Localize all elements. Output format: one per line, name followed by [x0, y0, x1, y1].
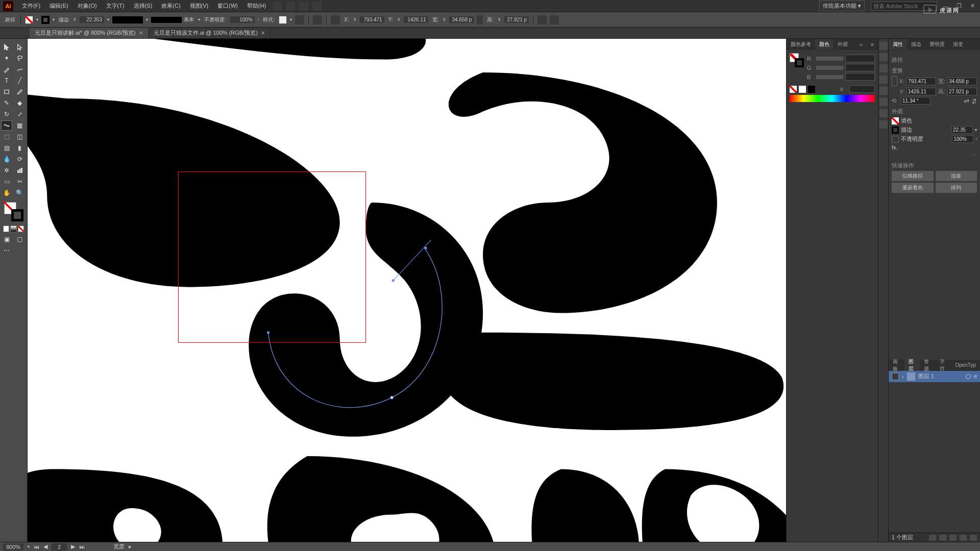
g-slider[interactable] — [816, 66, 843, 70]
artboard-tool[interactable]: ▭ — [1, 177, 12, 187]
w-value[interactable]: 34.658 p — [449, 16, 474, 23]
r-value[interactable] — [845, 55, 875, 62]
window-restore-icon[interactable]: ❐ — [954, 3, 964, 10]
close-icon[interactable]: ✕ — [261, 30, 265, 36]
menu-help[interactable]: 帮助(H) — [243, 1, 270, 11]
tab-opentype[interactable]: OpenTyp — [951, 361, 980, 369]
color-mode-solid[interactable] — [3, 226, 9, 232]
fx-label[interactable]: fx. — [892, 144, 898, 151]
pen-tool[interactable] — [1, 64, 12, 74]
menu-view[interactable]: 视图(V) — [186, 1, 212, 11]
scale-tool[interactable]: ⤢ — [14, 109, 26, 119]
dock-icon-8[interactable] — [879, 120, 888, 129]
menubar-arrange-icon[interactable] — [299, 2, 308, 11]
layer-row[interactable]: › 图层 1 — [889, 371, 980, 382]
graphic-style-swatch[interactable] — [279, 16, 287, 24]
stroke-box[interactable] — [11, 209, 23, 221]
align-icon[interactable] — [313, 15, 322, 24]
locate-layer-icon[interactable] — [929, 535, 936, 541]
dock-icon-3[interactable] — [879, 64, 888, 72]
color-mode-none[interactable] — [18, 226, 24, 232]
free-transform-tool[interactable]: ▦ — [14, 120, 26, 131]
more-options-icon[interactable]: ⋯ — [892, 152, 977, 159]
shape-mode-icon[interactable] — [550, 15, 559, 24]
type-tool[interactable]: T — [1, 76, 12, 86]
artboard[interactable] — [28, 39, 786, 542]
isolate-icon[interactable] — [537, 15, 547, 24]
variable-width-profile[interactable] — [151, 17, 182, 23]
eraser-tool[interactable]: ◆ — [14, 98, 26, 108]
color-spectrum[interactable] — [790, 95, 875, 102]
menu-object[interactable]: 对象(O) — [74, 1, 101, 11]
reference-point-icon[interactable] — [892, 76, 897, 86]
window-close-icon[interactable]: ✕ — [968, 3, 977, 10]
btn-arrange[interactable]: 排列 — [936, 183, 977, 193]
line-tool[interactable]: ╱ — [14, 76, 26, 86]
brush-definition[interactable] — [112, 16, 143, 23]
direct-selection-tool[interactable] — [14, 42, 26, 52]
menu-effect[interactable]: 效果(C) — [158, 1, 184, 11]
blend-tool[interactable]: ⟳ — [14, 154, 26, 164]
document-tab-active[interactable]: 元旦是只猫讲解.ai* @ 800% (RGB/预览) ✕ — [30, 28, 149, 38]
prop-rotate[interactable] — [901, 97, 930, 105]
tab-color-guide[interactable]: 颜色参考 — [787, 39, 815, 49]
prop-fill-swatch[interactable] — [892, 117, 899, 124]
symbol-sprayer-tool[interactable]: ✲ — [1, 165, 12, 176]
opacity-value[interactable]: 100% — [230, 16, 255, 23]
dock-icon-2[interactable] — [879, 53, 888, 61]
prop-w[interactable] — [947, 78, 977, 85]
target-icon[interactable] — [966, 374, 971, 379]
r-slider[interactable] — [816, 57, 843, 61]
perspective-tool[interactable]: ◫ — [14, 132, 26, 142]
shape-builder-tool[interactable]: ⬚ — [1, 132, 12, 142]
expand-icon[interactable]: › — [902, 373, 904, 380]
rotate-tool[interactable]: ↻ — [1, 109, 12, 119]
edit-toolbar[interactable]: ⋯ — [1, 245, 12, 256]
y-value[interactable]: 1426.11 — [404, 16, 428, 23]
status-dropdown-icon[interactable]: ▸ — [129, 543, 132, 550]
window-minimize-icon[interactable]: — — [941, 3, 950, 10]
screen-mode-full[interactable]: ▢ — [14, 234, 26, 244]
selection-tool[interactable] — [1, 42, 12, 52]
fill-swatch[interactable] — [25, 16, 33, 24]
last-artboard-icon[interactable]: ⏭ — [79, 544, 85, 550]
menu-file[interactable]: 文件(F) — [18, 1, 44, 11]
btn-recolor[interactable]: 重新着色 — [892, 183, 934, 193]
new-sublayer-icon[interactable] — [949, 535, 957, 541]
layer-name[interactable]: 图层 1 — [918, 372, 934, 380]
none-swatch[interactable] — [790, 86, 797, 93]
stroke-swatch[interactable] — [41, 16, 50, 24]
slice-tool[interactable]: ✂ — [14, 177, 26, 187]
prop-h[interactable] — [947, 88, 977, 95]
panel-menu-icon[interactable]: ≡ — [867, 40, 878, 49]
document-tab-inactive[interactable]: 元旦是只猫源文件.ai @ 100% (RGB/预览) ✕ — [149, 28, 271, 38]
link-wh-icon[interactable] — [477, 15, 483, 24]
btn-offset-path[interactable]: 位移路径 — [892, 171, 934, 181]
prev-artboard-icon[interactable]: ◀ — [43, 543, 47, 550]
prop-y[interactable] — [906, 88, 936, 95]
first-artboard-icon[interactable]: ⏮ — [34, 544, 39, 550]
panel-stroke-swatch[interactable] — [795, 58, 804, 67]
dock-icon-7[interactable] — [879, 109, 888, 117]
curvature-tool[interactable] — [14, 64, 26, 74]
lasso-tool[interactable] — [14, 53, 26, 63]
x-value[interactable]: 793.471 — [360, 16, 384, 23]
eyedropper-tool[interactable]: 💧 — [1, 154, 12, 164]
canvas-area[interactable] — [28, 39, 786, 542]
tab-gradient[interactable]: 渐变 — [949, 39, 967, 49]
next-artboard-icon[interactable]: ▶ — [71, 543, 75, 550]
menubar-icon-1[interactable] — [273, 2, 282, 11]
recolor-icon[interactable] — [295, 15, 304, 24]
menubar-icon-4[interactable] — [312, 2, 322, 11]
column-graph-tool[interactable] — [14, 165, 26, 176]
tab-properties[interactable]: 属性 — [889, 39, 907, 49]
close-icon[interactable]: ✕ — [139, 30, 143, 36]
menu-window[interactable]: 窗口(W) — [214, 1, 241, 11]
flip-v-icon[interactable]: ⮃ — [971, 98, 977, 104]
dock-icon-6[interactable] — [879, 98, 888, 106]
dock-icon-1[interactable] — [879, 42, 888, 50]
mesh-tool[interactable]: ▤ — [1, 143, 12, 153]
workspace-dropdown[interactable]: 传统基本功能 ▾ — [819, 1, 865, 11]
color-mode-gradient[interactable] — [10, 226, 16, 232]
gradient-tool[interactable]: ▮ — [14, 143, 26, 153]
